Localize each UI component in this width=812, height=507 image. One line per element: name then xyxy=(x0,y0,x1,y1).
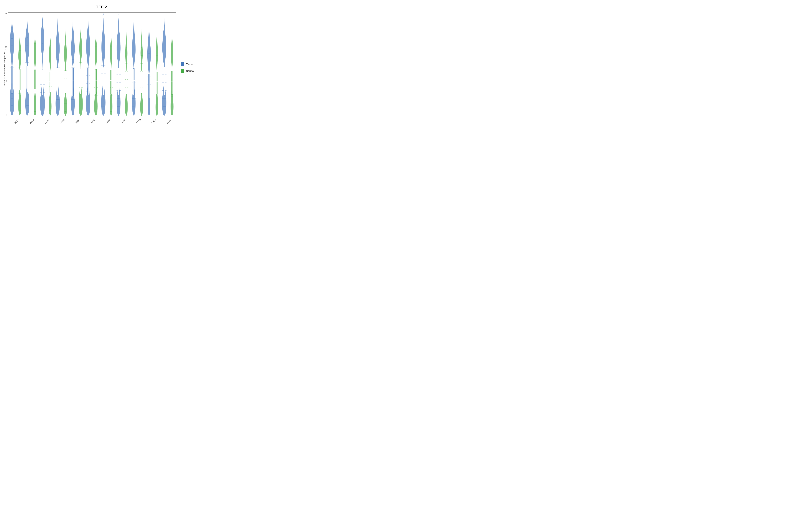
x-axis-labels: BLCA BRCA COAD HNSC KICH KIRC LUAD LUSC … xyxy=(8,120,176,123)
svg-rect-13 xyxy=(11,66,13,94)
violin-normal-prad xyxy=(138,13,145,116)
violin-normal-kich xyxy=(77,13,85,116)
svg-rect-87 xyxy=(57,68,58,95)
plot-region: 0 5 10 15 xyxy=(8,12,176,116)
violins-row xyxy=(8,13,176,116)
svg-rect-229 xyxy=(141,71,142,94)
svg-rect-73 xyxy=(50,72,51,93)
violin-tumor-kich xyxy=(69,13,77,116)
x-label-coad: COAD xyxy=(41,115,53,127)
violin-tumor-lusc xyxy=(115,13,122,116)
x-label-thca: THCA xyxy=(148,115,160,127)
violin-tumor-blca xyxy=(8,13,16,116)
violin-tumor-kirc xyxy=(85,13,92,116)
violin-tumor-prad xyxy=(130,13,138,116)
x-label-luad: LUAD xyxy=(102,115,114,127)
legend-box-tumor xyxy=(181,62,185,66)
legend: Tumor Normal xyxy=(176,11,201,124)
violin-group-prad xyxy=(130,13,145,116)
svg-rect-192 xyxy=(118,68,119,95)
violin-group-blca xyxy=(8,13,23,116)
violin-normal-kirc xyxy=(92,13,100,116)
svg-rect-37 xyxy=(27,66,28,92)
svg-rect-24 xyxy=(19,69,20,90)
svg-rect-98 xyxy=(65,71,66,94)
svg-rect-255 xyxy=(156,72,157,94)
violin-normal-brca xyxy=(31,13,39,116)
svg-point-152 xyxy=(103,14,104,14)
svg-point-153 xyxy=(103,15,103,15)
violin-group-brca xyxy=(23,13,39,116)
violin-normal-hnsc xyxy=(62,13,69,116)
svg-rect-112 xyxy=(72,68,73,96)
x-label-kich: KICH xyxy=(71,115,84,127)
violin-normal-ucec xyxy=(168,13,176,116)
legend-label-tumor: Tumor xyxy=(186,63,193,66)
x-label-ucec: UCEC xyxy=(163,115,175,127)
violin-tumor-coad xyxy=(39,13,46,116)
legend-item-normal: Normal xyxy=(181,69,194,73)
svg-rect-62 xyxy=(42,69,43,95)
chart-area: mRNA Expression (RNASeq V2, log2) 0 5 10… xyxy=(2,11,201,124)
violin-group-thca xyxy=(145,13,160,116)
y-axis-label: mRNA Expression (RNASeq V2, log2) xyxy=(2,11,8,124)
violin-normal-coad xyxy=(47,13,54,116)
violin-tumor-brca xyxy=(23,13,31,116)
svg-rect-280 xyxy=(171,71,173,95)
legend-label-normal: Normal xyxy=(186,69,194,72)
svg-rect-48 xyxy=(35,70,36,89)
chart-title: TFPI2 xyxy=(2,2,201,11)
svg-rect-203 xyxy=(126,70,127,94)
violin-normal-blca xyxy=(16,13,23,116)
legend-item-tumor: Tumor xyxy=(181,62,193,66)
violin-tumor-hnsc xyxy=(54,13,61,116)
violin-group-lusc xyxy=(115,13,130,116)
chart-container: TFPI2 mRNA Expression (RNASeq V2, log2) … xyxy=(2,2,201,125)
svg-rect-150 xyxy=(95,69,97,94)
x-label-kirc: KIRC xyxy=(87,115,99,127)
x-label-hnsc: HNSC xyxy=(56,115,69,127)
violin-group-ucec xyxy=(160,13,176,116)
violin-normal-luad xyxy=(107,13,115,116)
violin-tumor-thca xyxy=(145,13,153,116)
violin-group-kirc xyxy=(85,13,100,116)
violin-tumor-ucec xyxy=(160,13,168,116)
violin-group-kich xyxy=(69,13,85,116)
violin-group-luad xyxy=(100,13,115,116)
svg-rect-166 xyxy=(103,67,104,95)
violin-normal-lusc xyxy=(123,13,130,116)
legend-box-normal xyxy=(181,69,185,73)
svg-rect-123 xyxy=(80,69,82,94)
svg-rect-269 xyxy=(164,67,165,95)
violin-group-hnsc xyxy=(54,13,69,116)
x-label-brca: BRCA xyxy=(26,115,38,127)
violin-group-coad xyxy=(39,13,54,116)
svg-rect-244 xyxy=(149,74,150,98)
svg-rect-218 xyxy=(133,68,135,95)
violin-tumor-luad xyxy=(100,13,107,116)
svg-rect-139 xyxy=(88,68,89,95)
svg-point-179 xyxy=(118,14,119,15)
plot-and-legend: 0 5 10 15 xyxy=(8,11,201,124)
x-label-blca: BLCA xyxy=(10,115,23,127)
x-label-lusc: LUSC xyxy=(117,115,130,127)
svg-rect-177 xyxy=(111,70,112,94)
x-label-prad: PRAD xyxy=(132,115,145,127)
violin-normal-thca xyxy=(153,13,160,116)
